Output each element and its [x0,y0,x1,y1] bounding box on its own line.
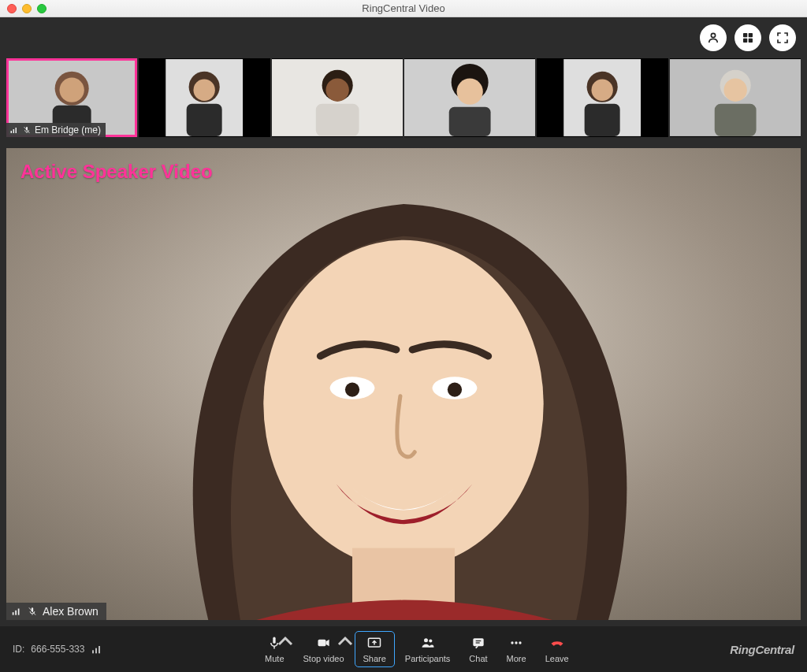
signal-icon [11,606,22,617]
grid-icon [741,31,755,45]
fullscreen-button[interactable] [769,24,796,51]
window-title: RingCentral Video [0,2,807,14]
svg-point-35 [723,79,746,102]
svg-point-57 [424,638,428,642]
zoom-window-button[interactable] [37,4,46,13]
svg-rect-27 [449,107,491,136]
meeting-id-value: 666-555-333 [31,644,84,655]
svg-rect-4 [749,39,753,43]
mute-button[interactable]: Mute [257,632,292,666]
svg-rect-10 [13,129,15,133]
svg-rect-3 [743,39,747,43]
chevron-up-icon [337,633,354,649]
svg-rect-9 [11,131,13,133]
meeting-toolbar: ID: 666-555-333 Mute Stop video Share Pa… [0,626,807,672]
svg-point-58 [429,639,432,642]
svg-rect-51 [95,648,97,654]
fullscreen-icon [775,31,790,45]
svg-rect-11 [16,128,17,133]
svg-point-38 [263,240,543,568]
people-icon [419,635,437,651]
participant-name: Em Bridge (me) [35,124,101,136]
speaker-view-button[interactable] [700,24,727,51]
svg-rect-2 [749,33,753,37]
top-actions-bar [0,17,807,58]
participant-tile-me[interactable]: Em Bridge (me) [6,58,137,137]
avatar-placeholder [139,58,270,137]
chat-label: Chat [469,654,487,663]
leave-button[interactable]: Leave [537,632,577,666]
svg-rect-59 [473,638,483,646]
mic-muted-icon [22,125,32,135]
signal-icon [9,125,19,135]
toolbar-center: Mute Stop video Share Participants Chat … [103,632,730,666]
mic-muted-icon [27,606,38,617]
meeting-id-block: ID: 666-555-333 [13,643,103,655]
participants-filmstrip: Em Bridge (me) [0,58,807,137]
share-button[interactable]: Share [355,632,394,666]
svg-point-41 [345,382,359,396]
more-icon [508,635,525,651]
gallery-view-button[interactable] [734,24,761,51]
avatar-placeholder [537,58,668,137]
svg-point-26 [457,79,483,105]
hangup-icon [549,635,566,651]
minimize-window-button[interactable] [22,4,32,13]
svg-rect-45 [15,611,17,615]
active-speaker-video [6,148,801,620]
chat-icon [470,635,487,651]
svg-rect-36 [714,104,756,136]
stop-video-button[interactable]: Stop video [296,632,352,666]
svg-point-62 [511,641,513,644]
svg-point-31 [592,80,613,101]
separator [0,137,807,148]
leave-label: Leave [545,654,569,663]
more-label: More [507,654,526,663]
meeting-id-label: ID: [13,644,24,655]
active-speaker-name: Alex Brown [43,605,99,618]
active-speaker-stage: Active Speaker Video Alex Brown [6,148,801,620]
svg-rect-53 [273,637,276,644]
brand-logo: RingCentral [730,643,794,656]
svg-point-7 [60,78,84,102]
svg-point-63 [515,641,517,644]
avatar-placeholder [670,58,801,137]
close-window-button[interactable] [7,4,17,13]
svg-rect-19 [187,104,222,136]
svg-rect-1 [743,33,747,37]
participant-tile[interactable] [404,58,535,137]
participant-tile[interactable] [139,58,270,137]
svg-point-18 [194,80,215,101]
svg-rect-23 [315,104,359,136]
participant-tile[interactable] [272,58,403,137]
participant-label: Em Bridge (me) [6,123,106,137]
avatar-placeholder [272,58,403,137]
camera-icon [315,635,333,651]
svg-rect-50 [92,650,94,653]
svg-point-22 [325,79,348,102]
participant-tile[interactable] [670,58,801,137]
more-button[interactable]: More [499,632,534,666]
signal-icon [91,643,103,655]
participants-button[interactable]: Participants [397,632,458,666]
svg-rect-52 [99,646,100,653]
participant-tile[interactable] [537,58,668,137]
share-label: Share [363,654,386,663]
stage-title-overlay: Active Speaker Video [20,161,213,183]
share-screen-icon [366,635,383,651]
participants-label: Participants [405,654,450,663]
svg-rect-55 [318,640,325,646]
avatar-placeholder [404,58,535,137]
svg-point-0 [711,33,715,37]
traffic-lights [7,4,46,13]
chevron-up-icon [277,633,294,649]
active-speaker-label: Alex Brown [6,603,106,620]
svg-rect-46 [18,609,20,615]
chat-button[interactable]: Chat [461,632,495,666]
svg-rect-44 [13,612,14,615]
mute-label: Mute [265,654,284,663]
person-icon [706,31,720,45]
window-titlebar: RingCentral Video [0,0,807,17]
stop-video-label: Stop video [303,654,344,663]
svg-point-42 [448,382,462,396]
